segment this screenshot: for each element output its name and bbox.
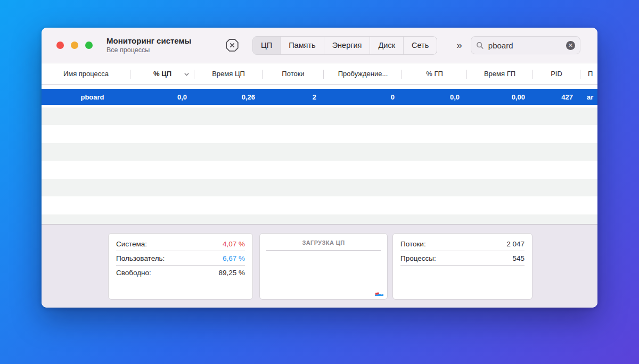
cpu-load-chart-title: ЗАГРУЗКА ЦП xyxy=(266,234,381,251)
search-icon xyxy=(476,42,484,49)
activity-monitor-window: Мониторинг системы Все процессы ЦП Памят… xyxy=(42,28,597,308)
cell-cpu-percent: 0,0 xyxy=(130,93,194,101)
tab-disk[interactable]: Диск xyxy=(370,37,404,54)
stat-label-user: Пользователь: xyxy=(116,254,165,262)
stat-value-user: 6,67 % xyxy=(223,254,245,262)
stop-process-button[interactable] xyxy=(224,37,241,54)
column-header-cpu-time[interactable]: Время ЦП xyxy=(194,63,263,84)
window-title-block: Мониторинг системы Все процессы xyxy=(106,36,211,54)
close-window-button[interactable] xyxy=(56,42,64,49)
stat-row-user: Пользователь: 6,67 % xyxy=(116,251,245,266)
stat-label-processes: Процессы: xyxy=(400,254,436,262)
stop-octagon-x-icon xyxy=(225,38,239,52)
tab-memory[interactable]: Память xyxy=(281,37,324,54)
cpu-load-sparkline-icon xyxy=(375,290,383,296)
stat-value-threads: 2 047 xyxy=(506,240,525,248)
cell-pid: 427 xyxy=(532,93,580,101)
cell-idle-wakeups: 0 xyxy=(324,93,402,101)
column-header-process-name[interactable]: Имя процесса xyxy=(42,63,130,84)
footer-stats-panel: Система: 4,07 % Пользователь: 6,67 % Сво… xyxy=(42,224,597,308)
stat-row-processes: Процессы: 545 xyxy=(400,251,525,266)
column-header-idle-wakeups[interactable]: Пробуждение... xyxy=(324,63,402,84)
clear-search-icon[interactable]: ✕ xyxy=(566,41,575,50)
column-header-cpu-percent[interactable]: % ЦП xyxy=(130,63,194,84)
titlebar: Мониторинг системы Все процессы ЦП Памят… xyxy=(42,28,597,63)
sort-chevron-down-icon xyxy=(184,71,190,77)
cell-user-clipped: ar xyxy=(580,93,597,101)
cell-cpu-time: 0,26 xyxy=(194,93,263,101)
cpu-load-chart-box: ЗАГРУЗКА ЦП xyxy=(259,233,388,300)
tab-network[interactable]: Сеть xyxy=(404,37,437,54)
cell-gpu-time: 0,00 xyxy=(467,93,532,101)
cpu-usage-stats-box: Система: 4,07 % Пользователь: 6,67 % Сво… xyxy=(108,233,253,300)
stat-label-system: Система: xyxy=(116,240,147,248)
empty-row-stripes xyxy=(42,107,597,224)
table-row-pboard-selected[interactable]: pboard 0,0 0,26 2 0 0,0 0,00 427 ar xyxy=(42,89,597,105)
stat-row-threads: Потоки: 2 047 xyxy=(400,237,525,251)
process-counts-box: Потоки: 2 047 Процессы: 545 xyxy=(392,233,532,300)
stat-row-idle: Свободно: 89,25 % xyxy=(116,266,245,280)
cell-process-name: pboard xyxy=(42,93,130,101)
stat-value-idle: 89,25 % xyxy=(218,269,245,277)
minimize-window-button[interactable] xyxy=(71,42,78,49)
window-controls xyxy=(56,42,93,49)
column-header-pid[interactable]: PID xyxy=(532,63,580,84)
table-header-row: Имя процесса % ЦП Время ЦП Потоки Пробуж… xyxy=(42,63,597,85)
view-tabs: ЦП Память Энергия Диск Сеть xyxy=(252,36,437,55)
toolbar-overflow-chevron[interactable]: » xyxy=(456,39,461,51)
cell-gpu-percent: 0,0 xyxy=(402,93,467,101)
cell-threads: 2 xyxy=(263,93,324,101)
zoom-window-button[interactable] xyxy=(85,42,93,49)
tab-cpu[interactable]: ЦП xyxy=(253,37,281,54)
column-header-gpu-time[interactable]: Время ГП xyxy=(467,63,532,84)
search-field[interactable]: ✕ xyxy=(471,36,580,54)
process-table-body: pboard 0,0 0,26 2 0 0,0 0,00 427 ar xyxy=(42,85,597,224)
tab-energy[interactable]: Энергия xyxy=(324,37,371,54)
stat-label-threads: Потоки: xyxy=(400,240,426,248)
stat-value-system: 4,07 % xyxy=(223,240,245,248)
stat-row-system: Система: 4,07 % xyxy=(116,237,245,251)
stat-value-processes: 545 xyxy=(512,254,525,262)
column-header-threads[interactable]: Потоки xyxy=(263,63,324,84)
column-header-user-clipped[interactable]: П xyxy=(580,63,597,84)
column-header-gpu-percent[interactable]: % ГП xyxy=(402,63,467,84)
search-input[interactable] xyxy=(488,41,562,50)
window-subtitle: Все процессы xyxy=(106,46,211,55)
window-title: Мониторинг системы xyxy=(106,36,211,46)
stat-label-idle: Свободно: xyxy=(116,269,151,277)
